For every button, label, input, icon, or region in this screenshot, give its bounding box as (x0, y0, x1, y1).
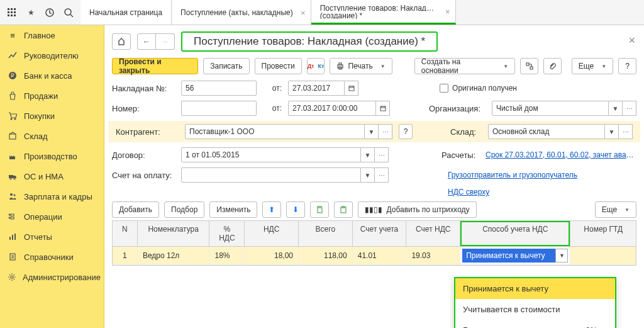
save-button[interactable]: Записать (203, 58, 249, 74)
sidebar-item-hr[interactable]: Зарплата и кадры (0, 186, 104, 206)
calendar-icon[interactable] (376, 101, 390, 116)
contract-input[interactable]: 1 от 01.05.2015 (181, 147, 361, 162)
star-icon[interactable]: ★ (23, 4, 39, 21)
add-button[interactable]: Добавить (112, 201, 159, 218)
sidebar-item-bank[interactable]: ₽Банк и касса (0, 65, 104, 86)
dt-kt-button[interactable]: ДтКт (307, 58, 325, 74)
vds-method-editor[interactable]: Принимается к вычету ▼ (462, 249, 568, 263)
pick-button[interactable]: Подбор (164, 201, 204, 218)
sidebar-item-refs[interactable]: Справочники (0, 247, 104, 267)
bill-input[interactable] (181, 167, 361, 183)
col-n[interactable]: N (113, 221, 138, 246)
cell-pvds: 18% (209, 247, 245, 264)
move-up-button[interactable]: ⬆ (262, 201, 281, 218)
dropdown-option[interactable]: Принимается к вычету (455, 278, 615, 299)
history-icon[interactable] (42, 4, 58, 21)
search-icon[interactable] (60, 4, 77, 21)
calendar-icon[interactable] (345, 81, 358, 96)
col-vds[interactable]: НДС (245, 221, 299, 246)
vds-top-link[interactable]: НДС сверху (448, 188, 636, 196)
tab-start[interactable]: Начальная страница (80, 0, 172, 25)
sidebar-item-label: Покупки (24, 111, 55, 121)
more-button[interactable]: Еще (572, 58, 613, 74)
svg-rect-35 (318, 208, 322, 213)
sidebar-item-sales[interactable]: Продажи (0, 86, 104, 106)
sidebar-item-main[interactable]: ≡Главное (0, 25, 104, 45)
edit-button[interactable]: Изменить (209, 201, 257, 218)
sidebar-item-label: Отчеты (24, 232, 52, 242)
org-label: Организация: (429, 104, 486, 113)
col-vds-method[interactable]: Способ учета НДС (460, 221, 570, 246)
dropdown-icon[interactable]: ▼ (365, 124, 379, 139)
col-acctvds[interactable]: Счет НДС (406, 221, 460, 246)
col-total[interactable]: Всего (299, 221, 353, 246)
dropdown-option[interactable]: Учитывается в стоимости (455, 299, 615, 320)
org-input[interactable]: Чистый дом (492, 101, 609, 116)
related-button[interactable] (520, 58, 538, 74)
dropdown-icon[interactable]: ▼ (361, 147, 375, 162)
open-icon[interactable]: ⋯ (379, 124, 392, 139)
cell-vds-method[interactable]: Принимается к вычету ▼ (460, 247, 570, 264)
warehouse-input[interactable]: Основной склад (488, 124, 605, 139)
sidebar-item-production[interactable]: Производство (0, 146, 104, 166)
dropdown-icon[interactable]: ▼ (605, 124, 619, 139)
svg-rect-34 (380, 106, 386, 111)
tab-receipts[interactable]: Поступление (акты, накладные)× (172, 0, 311, 25)
move-down-button[interactable]: ⬇ (286, 201, 305, 218)
print-button[interactable]: Печать (330, 58, 392, 74)
col-pvds[interactable]: % НДС (209, 221, 245, 246)
sidebar-item-assets[interactable]: ОС и НМА (0, 166, 104, 186)
sidebar-item-manager[interactable]: Руководителю (0, 45, 104, 65)
dropdown-icon[interactable]: ▼ (609, 101, 623, 116)
dropdown-icon[interactable]: ▼ (361, 167, 375, 183)
grid-more-button[interactable]: Еще (595, 201, 636, 218)
invoice-no-input[interactable]: 56 (181, 81, 257, 96)
tab-current-doc[interactable]: Поступление товаров: Накладная(создание)… (311, 0, 456, 25)
number-input[interactable] (181, 101, 257, 116)
col-nom[interactable]: Номенклатура (138, 221, 210, 246)
svg-rect-15 (9, 134, 16, 139)
open-icon[interactable]: ⋯ (619, 124, 633, 139)
chevron-down-icon[interactable]: ▼ (555, 249, 568, 263)
invoice-date-input[interactable]: 27.03.2017 (288, 81, 345, 96)
open-icon[interactable]: ⋯ (375, 147, 389, 162)
barcode-button[interactable]: ▮▮▯▮Добавить по штрихкоду (358, 201, 476, 218)
datetime-input[interactable]: 27.03.2017 0:00:00 (288, 101, 376, 116)
help-button[interactable]: ? (618, 58, 636, 74)
sender-link[interactable]: Грузоотправитель и грузополучатель (448, 171, 636, 179)
copy-button[interactable] (310, 201, 329, 218)
attach-button[interactable] (543, 58, 562, 74)
apps-icon[interactable] (4, 4, 20, 21)
sidebar-item-label: Справочники (24, 252, 74, 262)
sidebar-item-reports[interactable]: Отчеты (0, 227, 104, 247)
home-button[interactable] (112, 33, 131, 50)
contragent-help-button[interactable]: ? (399, 124, 413, 139)
contragent-input[interactable]: Поставщик-1 ООО (185, 124, 365, 139)
original-checkbox[interactable] (440, 84, 448, 93)
forward-button[interactable]: → (156, 33, 175, 50)
sidebar-item-operations[interactable]: Операции (0, 206, 104, 227)
svg-rect-16 (9, 175, 13, 178)
svg-rect-1 (11, 8, 13, 10)
back-button[interactable]: ← (137, 33, 156, 50)
warehouse-label: Склад: (450, 127, 482, 137)
close-document-icon[interactable]: × (628, 34, 635, 47)
table-row[interactable]: 1 Ведро 12л 18% 18,00 118,00 41.01 19.03… (113, 247, 636, 265)
calc-link[interactable]: Срок 27.03.2017, 60.01, 60.02, зачет ава… (486, 150, 636, 159)
post-button[interactable]: Провести (255, 58, 302, 74)
sidebar-item-warehouse[interactable]: Склад (0, 126, 104, 146)
create-based-button[interactable]: Создать на основании (414, 58, 515, 74)
sidebar-item-purchases[interactable]: Покупки (0, 106, 104, 126)
col-acct[interactable]: Счет учета (353, 221, 407, 246)
close-icon[interactable]: × (301, 8, 306, 17)
sidebar-item-admin[interactable]: Администрирование (0, 267, 104, 287)
col-gtd[interactable]: Номер ГТД (570, 221, 636, 246)
sidebar-item-label: Склад (24, 132, 48, 141)
sidebar-item-label: Банк и касса (24, 71, 72, 81)
dropdown-option[interactable]: Блокируется до подтверждения 0% (455, 320, 615, 328)
paste-button[interactable] (334, 201, 353, 218)
open-icon[interactable]: ⋯ (623, 101, 636, 116)
open-icon[interactable]: ⋯ (375, 167, 389, 183)
post-and-close-button[interactable]: Провести и закрыть (112, 58, 198, 74)
close-icon[interactable]: × (445, 7, 450, 16)
